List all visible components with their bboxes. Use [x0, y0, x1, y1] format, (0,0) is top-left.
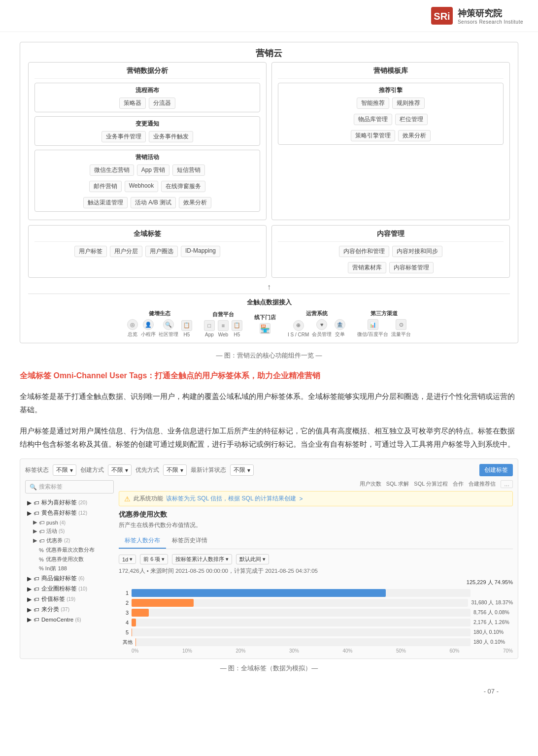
coupon-title: 优惠券使用次数	[119, 510, 513, 519]
priority-select[interactable]: 不限 ▾	[163, 464, 187, 476]
tab-history[interactable]: 标签历史详情	[166, 533, 213, 549]
default-select[interactable]: 默认此间 ▾	[236, 554, 269, 564]
rect-icon: 🏪	[260, 323, 270, 334]
x-axis: 0% 10% 20% 30% 40% 50% 60% 70%	[119, 648, 513, 654]
rect-icon: ⊙	[396, 319, 406, 330]
tp-group-disan: 第三方渠道 📊 微信/百度平台 ⊙ 流量平台	[357, 310, 411, 338]
sidebar-item[interactable]: ▶ 🏷 黄色喜好标签 (12)	[25, 508, 114, 518]
tp-group-ziying: 自营平台 □ App ≡ Web 📋	[204, 311, 242, 337]
time-select[interactable]: 1d ▾	[119, 555, 136, 564]
left-sidebar: 🔍 搜索标签 ▶ 🏷 标为喜好标签 (20) ▶ 🏷 黄色喜好标签 (12)	[25, 480, 114, 654]
status-select[interactable]: 不限 ▾	[53, 464, 76, 476]
list-item: 触达渠道管理	[83, 197, 128, 208]
body-para1: 全域标签是基于打通全触点数据、识别唯一用户，构建的覆盖公域私域的用户标签体系。全…	[20, 390, 518, 416]
touchpoints-row: 全触点数据接入 健增生态 ◎ 总览 👤 小程序	[28, 294, 510, 338]
rect-icon: □	[204, 320, 215, 331]
logo: SRi 神策研究院 Sensors Research Institute	[430, 6, 523, 26]
create-tag-button[interactable]: 创建标签	[479, 464, 513, 476]
logo-en: Sensors Research Institute	[458, 19, 523, 25]
bar-label: 其他	[119, 639, 133, 646]
calc-select[interactable]: 不限 ▾	[230, 464, 254, 476]
touchpoints-title: 全触点数据接入	[28, 298, 510, 307]
toolbar-row: 标签状态 不限 ▾ 创建方式 不限 ▾ 优先方式 不限 ▾ 最新计算状态 不限 …	[25, 464, 513, 476]
tp-icon-item: □ App	[204, 320, 215, 337]
quanyu-items: 用户标签 用户分层 用户圈选 ID-Mapping	[34, 246, 260, 257]
content-area: 🔍 搜索标签 ▶ 🏷 标为喜好标签 (20) ▶ 🏷 黄色喜好标签 (12)	[25, 480, 513, 654]
sidebar-sub-item[interactable]: ▶ 🏷 优惠券 (2)	[25, 536, 114, 545]
tab-item[interactable]: 用户次数	[360, 480, 381, 488]
bar-value: 8,756 人 0.08%	[473, 609, 513, 616]
tp-icon-item: ◎ 总览	[127, 319, 138, 338]
list-item: 邮件营销	[89, 181, 122, 192]
list-item: 栏位管理	[395, 114, 428, 125]
sidebar-item[interactable]: ▶ 🏷 来分类 (37)	[25, 604, 114, 615]
bar-label: 3	[119, 610, 129, 616]
search-bar[interactable]: 🔍 搜索标签	[25, 480, 114, 493]
alert-link[interactable]: 该标签为元 SQL 信括，根据 SQL 的计算结果创建	[166, 494, 296, 503]
biangeng-items: 业务事件管理 业务事件触发	[39, 131, 256, 142]
tab-item[interactable]: SQL 求解	[386, 480, 409, 488]
create-select[interactable]: 不限 ▾	[108, 464, 132, 476]
tp-icons-row: ⊕ I S / CRM ♥ 会员管理 🏦 交单	[288, 319, 345, 338]
bar-row: 5 180人 0.10%	[119, 628, 513, 636]
bar-label: 4	[119, 620, 129, 625]
tab-item[interactable]: 合建推荐信	[469, 480, 496, 488]
tp-icons-row: ◎ 总览 👤 小程序 🔍 社区管理	[127, 319, 192, 338]
top-two-col: 营销数据分析 流程画布 策略器 分流器 变更通知 业务事件管理	[28, 62, 510, 220]
sidebar-item[interactable]: ▶ 🏷 价值标签 (19)	[25, 594, 114, 604]
coupon-subtitle: 所产生在线券代数分布值情况。	[119, 521, 513, 529]
stats-line: 172,426人 • 来源时间 2021-08-25 00:00:00，计算完成…	[119, 567, 513, 575]
page-number: - 07 -	[20, 683, 518, 695]
logo-cn: 神策研究院	[458, 7, 502, 19]
tab-item[interactable]: SQL 分算过程	[414, 480, 448, 488]
list-item: 用户分层	[110, 246, 142, 257]
sidebar-item[interactable]: ▶ 🏷 企业圈粉标签 (10)	[25, 584, 114, 594]
sidebar-sub-item[interactable]: % 优惠券使用次数	[25, 555, 114, 564]
diagram2-caption: — 图：全域标签（数据为模拟）—	[20, 664, 518, 673]
yingxiao-data-section: 营销数据分析 流程画布 策略器 分流器 变更通知 业务事件管理	[28, 62, 267, 220]
sub-toolbar: 1d ▾ 前 6 项 ▾ 按标签累计人数排序 ▾ 默认此间 ▾	[119, 554, 513, 564]
list-item: 内容标签管理	[389, 262, 434, 273]
bar-track	[132, 619, 471, 626]
rect-icon: ≡	[218, 320, 229, 331]
yingxiao-activities-title: 营销活动	[39, 153, 256, 162]
tp-group-title: 运营系统	[306, 310, 328, 317]
circle-icon: 👤	[143, 319, 154, 330]
tp-group-xiaxia: 线下门店 🏪	[254, 314, 276, 334]
sidebar-item[interactable]: ▶ 🏷 标为喜好标签 (20)	[25, 497, 114, 508]
bar-track	[132, 599, 468, 607]
tp-icon-item: 👤 小程序	[141, 319, 156, 338]
top-select[interactable]: 前 6 项 ▾	[140, 554, 168, 564]
tab-distribution[interactable]: 标签人数分布	[119, 533, 166, 549]
rect-icon: 📊	[368, 319, 378, 330]
more-btn[interactable]: …	[501, 480, 513, 488]
circle-icon: ⊕	[293, 320, 304, 331]
tab-item[interactable]: 合作	[453, 480, 464, 488]
alert-box: ⚠ 此系统功能 该标签为元 SQL 信括，根据 SQL 的计算结果创建 >	[119, 491, 513, 506]
sidebar-sub-item[interactable]: ▶ 🏷 push (4)	[25, 518, 114, 526]
list-item: 智能推荐	[357, 98, 389, 109]
quanyu-title: 全域标签	[34, 230, 260, 242]
neirong-title: 内容管理	[278, 230, 504, 242]
sort-select[interactable]: 按标签累计人数排序 ▾	[172, 554, 232, 564]
toolbar-label-calc: 最新计算状态	[191, 466, 226, 474]
tp-group-yunying: 运营系统 ⊕ I S / CRM ♥ 会员管理 🏦	[288, 310, 345, 338]
quanyu-section: 全域标签 用户标签 用户分层 用户圈选 ID-Mapping	[28, 225, 267, 278]
touchpoints-icons: 健增生态 ◎ 总览 👤 小程序 🔍	[28, 310, 510, 338]
arrow-down: ↑	[28, 283, 510, 292]
liucheng-subsection: 流程画布 策略器 分流器	[34, 83, 260, 112]
sidebar-item[interactable]: ▶ 🏷 DemoCentre (6)	[25, 615, 114, 625]
sidebar-sub-item[interactable]: % 优惠券最次次数分布	[25, 545, 114, 555]
bar-track	[132, 609, 471, 617]
yingxiao-activities-items: 微信生态营销 App 营销 短信营销 邮件营销 Webhook 在线弹窗服务 触…	[39, 164, 256, 208]
sidebar-sub-item[interactable]: ▶ 🏷 活动 (5)	[25, 526, 114, 536]
list-item: 策略引擎管理	[351, 130, 395, 141]
list-item: 活动 A/B 测试	[131, 197, 176, 208]
tp-icon-item: 📋 H5	[232, 320, 242, 337]
list-item: 效果分析	[398, 130, 431, 141]
alert-arrow[interactable]: >	[299, 495, 303, 502]
sidebar-sub-item[interactable]: % Ini第 188	[25, 564, 114, 573]
sidebar-item[interactable]: ▶ 🏷 商品偏好标签 (6)	[25, 573, 114, 584]
diagram-body: 营销数据分析 流程画布 策略器 分流器 变更通知 业务事件管理	[20, 62, 518, 343]
marketing-cloud-diagram: 营销云 营销数据分析 流程画布 策略器 分流器	[20, 42, 518, 343]
